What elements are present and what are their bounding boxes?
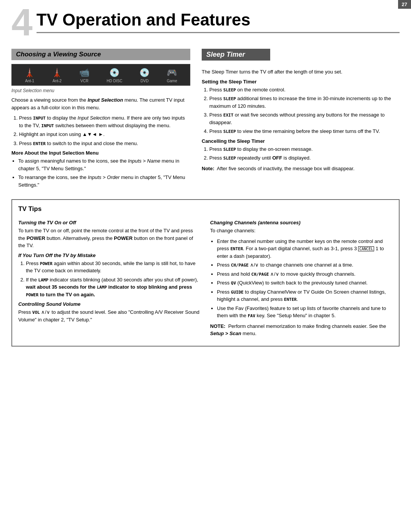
turning-on-off-text: To turn the TV on or off, point the remo… — [18, 227, 201, 249]
cancel-step-1: Press SLEEP to display the on-screen mes… — [209, 145, 400, 153]
controlling-sound-heading: Controlling Sound Volume — [18, 301, 201, 307]
input-icon-ant2: 🗼 Ant-2 — [52, 68, 62, 83]
tv-tips-section: TV Tips Turning the TV On or Off To turn… — [11, 199, 400, 347]
changing-channels-heading: Changing Channels (antenna sources) — [210, 220, 393, 225]
chapter-number: 4 — [11, 3, 33, 41]
sleep-note: Note: After five seconds of inactivity, … — [202, 165, 400, 173]
setting-sleep-steps: Press SLEEP on the remote control. Press… — [202, 86, 400, 135]
input-icon-ant1: 🗼 Ant-1 — [24, 68, 35, 83]
channel-note: NOTE: Perform channel memorization to ma… — [210, 323, 393, 337]
cancelling-sleep-heading: Cancelling the Sleep Timer — [202, 138, 400, 144]
channel-bullet-1: Enter the channel number using the numbe… — [217, 238, 393, 260]
channels-bullets: Enter the channel number using the numbe… — [210, 238, 393, 320]
sleep-step-3: Press EXIT or wait five seconds without … — [209, 111, 400, 126]
channel-bullet-6: Use the Fav (Favorites) feature to set u… — [217, 305, 393, 320]
sleep-timer-intro: The Sleep Timer turns the TV off after t… — [202, 68, 400, 76]
cancel-step-2: Press SLEEP repeatedly until OFF is disp… — [209, 154, 400, 162]
channels-intro: To change channels: — [210, 227, 393, 235]
input-icons-box: 🗼 Ant-1 🗼 Ant-2 📹 VCR 💿 HD DISC 💿 DVD 🎮 — [11, 64, 190, 86]
tv-tips-left: Turning the TV On or Off To turn the TV … — [18, 217, 201, 340]
controlling-sound-text: Press VOL ∧/∨ to adjust the sound level.… — [18, 308, 201, 323]
mistake-heading: If You Turn Off the TV by Mistake — [18, 252, 201, 258]
left-column: Choosing a Viewing Source 🗼 Ant-1 🗼 Ant-… — [11, 49, 190, 192]
mistake-step-2: If the LAMP indicator starts blinking (a… — [26, 276, 201, 299]
input-icon-dvd: 💿 DVD — [139, 68, 150, 83]
tv-tips-right: Changing Channels (antenna sources) To c… — [210, 217, 393, 340]
turning-on-off-heading: Turning the TV On or Off — [18, 220, 201, 225]
input-icon-vcr: 📹 VCR — [79, 68, 89, 83]
channel-bullet-3: Press and hold CH/PAGE ∧/∨ to move quick… — [217, 270, 393, 278]
chapter-title-block: TV Operation and Features — [37, 11, 400, 33]
main-content: Choosing a Viewing Source 🗼 Ant-1 🗼 Ant-… — [0, 41, 411, 192]
channel-bullet-2: Press CH/PAGE ∧/∨ to change channels one… — [217, 261, 393, 269]
steps-list: Press INPUT to display the Input Selecti… — [11, 114, 190, 147]
cancelling-sleep-steps: Press SLEEP to display the on-screen mes… — [202, 145, 400, 162]
mistake-steps: Press POWER again within about 30 second… — [18, 260, 201, 299]
bullet-names: To assign meaningful names to the icons,… — [18, 157, 190, 172]
sleep-timer-heading-wrapper: Sleep Timer — [202, 49, 400, 64]
tv-tips-inner: Turning the TV On or Off To turn the TV … — [18, 217, 393, 340]
more-about-heading: More About the Input Selection Menu — [11, 150, 190, 156]
sleep-step-1: Press SLEEP on the remote control. — [209, 86, 400, 94]
sleep-step-4: Press SLEEP to view the time remaining b… — [209, 128, 400, 135]
page-number: 27 — [398, 0, 411, 9]
chapter-header: 4 TV Operation and Features — [0, 0, 411, 41]
channel-bullet-5: Press GUIDE to display ChannelView or TV… — [217, 288, 393, 303]
more-about-bullets: To assign meaningful names to the icons,… — [11, 157, 190, 189]
setting-sleep-heading: Setting the Sleep Timer — [202, 79, 400, 85]
bullet-order: To rearrange the icons, see the Inputs >… — [18, 174, 190, 189]
intro-paragraph: Choose a viewing source from the Input S… — [11, 96, 190, 111]
input-icons-caption: Input Selection menu — [11, 88, 190, 93]
input-icon-game: 🎮 Game — [167, 68, 177, 83]
step-2: Highlight an input icon using ▲▼◄ ►. — [19, 131, 190, 138]
channel-bullet-4: Press QV (QuickView) to switch back to t… — [217, 279, 393, 287]
step-3: Press ENTER to switch to the input and c… — [19, 140, 190, 147]
right-column: Sleep Timer The Sleep Timer turns the TV… — [202, 49, 400, 192]
sleep-timer-heading: Sleep Timer — [202, 49, 270, 61]
step-1: Press INPUT to display the Input Selecti… — [19, 114, 190, 129]
choosing-source-heading: Choosing a Viewing Source — [11, 49, 190, 60]
mistake-step-1: Press POWER again within about 30 second… — [26, 260, 201, 275]
input-icon-hd-disc: 💿 HD DISC — [107, 68, 122, 83]
sleep-step-2: Press SLEEP additional times to increase… — [209, 95, 400, 110]
chapter-title: TV Operation and Features — [37, 11, 400, 29]
tv-tips-heading: TV Tips — [18, 205, 393, 213]
